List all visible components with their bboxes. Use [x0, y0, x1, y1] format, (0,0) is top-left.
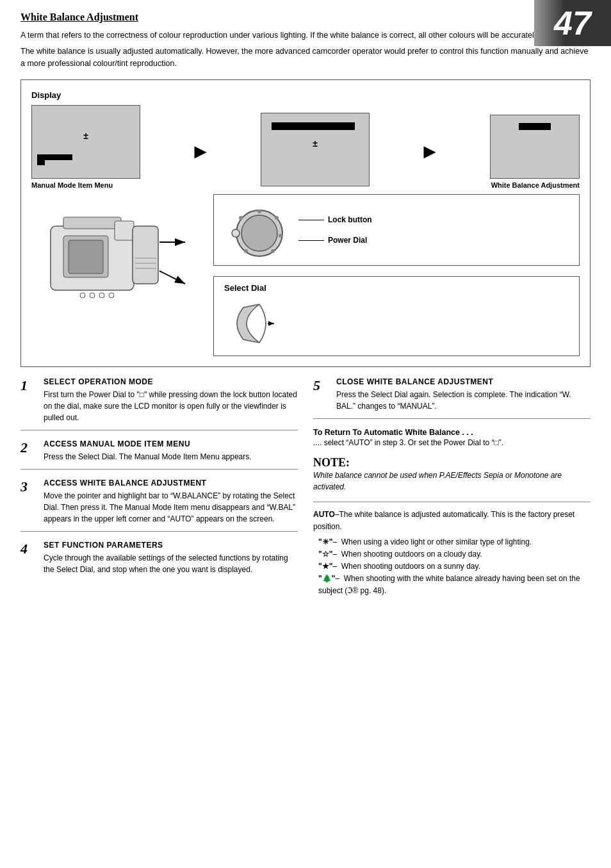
- auto-item-1: "☀"– When using a video light or other s…: [313, 536, 591, 548]
- svg-point-22: [271, 249, 275, 253]
- svg-point-11: [99, 293, 104, 298]
- svg-point-20: [275, 216, 279, 220]
- camera-controls-row: Lock button Power Dial Select Dial: [31, 194, 580, 356]
- step-4: 4 SET FUNCTION PARAMETERS Cycle through …: [20, 541, 298, 582]
- screen-label-right: White Balance Adjustment: [490, 181, 580, 189]
- section-title: White Balance Adjustment: [20, 12, 591, 23]
- step-4-content: SET FUNCTION PARAMETERS Cycle through th…: [44, 541, 298, 575]
- step-4-num: 4: [20, 541, 38, 575]
- step-2-content: ACCESS MANUAL MODE ITEM MENU Press the S…: [44, 439, 252, 463]
- step-1-num: 1: [20, 377, 38, 423]
- note-title: NOTE:: [313, 456, 591, 470]
- svg-point-23: [244, 249, 248, 253]
- select-dial-inner: [224, 298, 569, 349]
- power-label-row: Power Dial: [298, 236, 372, 245]
- step-2-num: 2: [20, 439, 38, 463]
- arrow-1: ►: [185, 140, 216, 163]
- lock-line: [298, 220, 324, 220]
- steps-right: 5 CLOSE WHITE BALANCE ADJUSTMENT Press t…: [313, 377, 591, 597]
- controls-area: Lock button Power Dial Select Dial: [213, 194, 580, 356]
- steps-left: 1 SELECT OPERATION MODE First turn the P…: [20, 377, 298, 597]
- return-section: To Return To Automatic White Balance . .…: [313, 428, 591, 448]
- screen-3: [490, 115, 580, 179]
- svg-point-21: [279, 234, 282, 238]
- select-dial-box: Select Dial: [213, 276, 580, 356]
- select-dial-svg: [224, 298, 275, 349]
- step-5-content: CLOSE WHITE BALANCE ADJUSTMENT Press the…: [336, 377, 591, 412]
- auto-label-2: "☆": [318, 550, 332, 559]
- return-text: .... select “AUTO” in step 3. Or set the…: [313, 437, 591, 448]
- step-3-title: ACCESS WHITE BALANCE ADJUSTMENT: [44, 479, 298, 487]
- camera-illustration: [31, 194, 198, 337]
- lock-label-row: Lock button: [298, 215, 372, 224]
- screen-2-plus: ±: [313, 138, 318, 149]
- screen-2-bar: [272, 122, 355, 130]
- step-3: 3 ACCESS WHITE BALANCE ADJUSTMENT Move t…: [20, 479, 298, 532]
- screens-container: ± Manual Mode Item Menu ► ± ►: [31, 105, 580, 189]
- svg-point-18: [241, 215, 277, 251]
- return-title: To Return To Automatic White Balance . .…: [313, 428, 591, 437]
- step-2-text: Press the Select Dial. The Manual Mode I…: [44, 451, 252, 463]
- step-2: 2 ACCESS MANUAL MODE ITEM MENU Press the…: [20, 439, 298, 470]
- screen-2: ±: [261, 113, 370, 186]
- step-5-text: Press the Select Dial again. Selection i…: [336, 389, 591, 412]
- step-3-num: 3: [20, 479, 38, 525]
- svg-point-12: [109, 293, 114, 298]
- svg-rect-5: [133, 226, 158, 284]
- step-1-text: First turn the Power Dial to "□" while p…: [44, 389, 298, 423]
- svg-point-10: [90, 293, 95, 298]
- auto-label-3: "★": [318, 562, 332, 571]
- screen-1-indicator: [37, 160, 45, 165]
- svg-line-14: [159, 271, 185, 284]
- svg-rect-2: [69, 240, 103, 274]
- note-section: NOTE: White balance cannot be used when …: [313, 456, 591, 493]
- auto-label-4: "🌲": [318, 574, 335, 583]
- step-1-title: SELECT OPERATION MODE: [44, 377, 298, 386]
- auto-item-0: AUTO–The white balance is adjusted autom…: [313, 509, 591, 533]
- select-dial-title: Select Dial: [224, 283, 569, 293]
- screen-1-group: ± Manual Mode Item Menu: [31, 105, 140, 189]
- power-line: [298, 240, 324, 241]
- screen-2-group: ±: [261, 113, 370, 189]
- step-1: 1 SELECT OPERATION MODE First turn the P…: [20, 377, 298, 430]
- step-3-text: Move the pointer and highlight bar to “W…: [44, 490, 298, 525]
- lock-power-dial-inner: Lock button Power Dial: [224, 201, 569, 259]
- auto-label-1: "☀": [318, 537, 332, 546]
- page-number: 47: [534, 0, 611, 46]
- note-text: White balance cannot be used when P.AE/E…: [313, 470, 591, 493]
- arrow-2: ►: [414, 140, 445, 163]
- auto-item-4: "🌲"– When shooting with the white balanc…: [313, 573, 591, 597]
- svg-point-19: [257, 209, 261, 213]
- screen-3-group: White Balance Adjustment: [490, 115, 580, 189]
- step-2-title: ACCESS MANUAL MODE ITEM MENU: [44, 439, 252, 448]
- screen-3-bar: [519, 123, 551, 130]
- intro-para-1: A term that refers to the correctness of…: [20, 29, 591, 42]
- step-5-num: 5: [313, 377, 331, 412]
- auto-text-0: –The white balance is adjusted automatic…: [313, 510, 574, 531]
- auto-text-3: – When shooting outdoors on a sunny day.: [332, 562, 480, 571]
- diagram-box: Display ± Manual Mode Item Menu ►: [20, 79, 591, 367]
- step-5-title: CLOSE WHITE BALANCE ADJUSTMENT: [336, 377, 591, 386]
- auto-text-4: – When shooting with the white balance a…: [318, 574, 580, 595]
- camera-svg: [31, 194, 198, 335]
- lock-button-label: Lock button: [328, 215, 372, 224]
- auto-item-2: "☆"– When shooting outdoors on a cloudy …: [313, 548, 591, 561]
- display-label: Display: [31, 90, 580, 100]
- svg-point-25: [239, 216, 243, 220]
- auto-item-3: "★"– When shooting outdoors on a sunny d…: [313, 561, 591, 573]
- svg-point-9: [80, 293, 85, 298]
- step-1-content: SELECT OPERATION MODE First turn the Pow…: [44, 377, 298, 423]
- step-5: 5 CLOSE WHITE BALANCE ADJUSTMENT Press t…: [313, 377, 591, 419]
- svg-rect-4: [115, 221, 134, 240]
- auto-label-0: AUTO: [313, 510, 335, 519]
- svg-point-26: [232, 229, 240, 237]
- step-3-content: ACCESS WHITE BALANCE ADJUSTMENT Move the…: [44, 479, 298, 525]
- screen-1: ±: [31, 105, 140, 179]
- step-4-title: SET FUNCTION PARAMETERS: [44, 541, 298, 550]
- auto-text-2: – When shooting outdoors on a cloudy day…: [332, 550, 482, 559]
- lock-power-dial-box: Lock button Power Dial: [213, 194, 580, 266]
- auto-section: AUTO–The white balance is adjusted autom…: [313, 502, 591, 597]
- screen-label-left: Manual Mode Item Menu: [31, 181, 140, 189]
- step-4-text: Cycle through the available settings of …: [44, 552, 298, 575]
- auto-text-1: – When using a video light or other simi…: [332, 537, 532, 546]
